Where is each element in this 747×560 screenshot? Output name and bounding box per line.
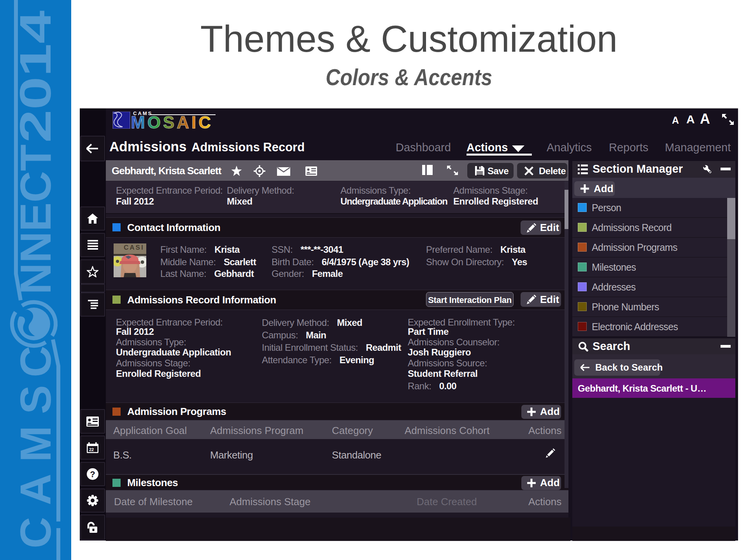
svg-text:22: 22 xyxy=(89,447,94,452)
svg-text:C: C xyxy=(11,346,60,377)
svg-text:?: ? xyxy=(90,469,95,479)
svg-text:NNECT: NNECT xyxy=(11,144,60,294)
svg-text:CASI: CASI xyxy=(124,244,144,251)
